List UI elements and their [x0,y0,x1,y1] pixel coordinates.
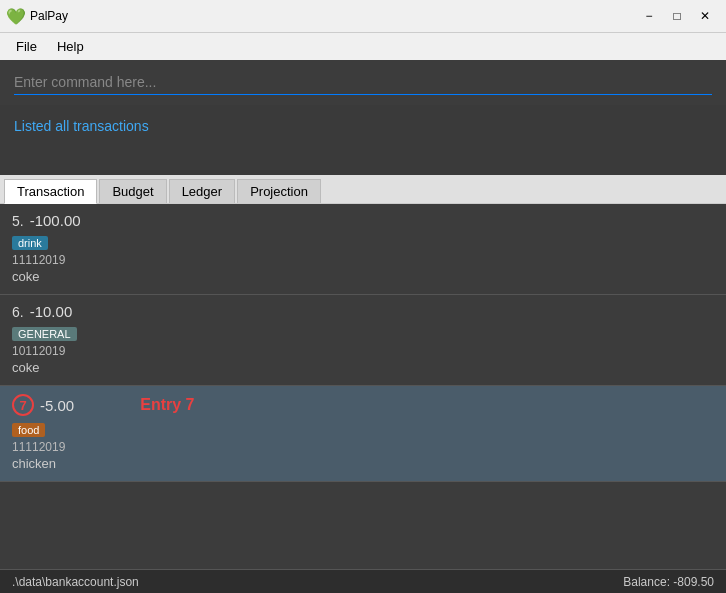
tab-ledger[interactable]: Ledger [169,179,235,203]
menu-help[interactable]: Help [49,37,92,56]
app-icon: 💚 [8,8,24,24]
transaction-entry-6[interactable]: 6. -10.00 GENERAL 10112019 coke [0,295,726,386]
status-message-area: Listed all transactions [0,105,726,175]
entry-5-tag: drink [12,236,48,250]
entry-6-tag: GENERAL [12,327,77,341]
balance: Balance: -809.50 [623,575,714,589]
entry-6-desc: coke [12,360,714,375]
entry-7-label: Entry 7 [140,396,194,414]
maximize-button[interactable]: □ [664,6,690,26]
tab-budget[interactable]: Budget [99,179,166,203]
entry-7-amount: -5.00 [40,397,74,414]
entry-5-date: 11112019 [12,253,714,267]
entry-6-header: 6. -10.00 [12,303,714,320]
transaction-entry-7[interactable]: 7 -5.00 Entry 7 food 11112019 chicken [0,386,726,482]
transactions-list: 5. -100.00 drink 11112019 coke 6. -10.00… [0,204,726,569]
entry-7-date: 11112019 [12,440,714,454]
status-message: Listed all transactions [14,118,149,134]
close-button[interactable]: ✕ [692,6,718,26]
entry-5-header: 5. -100.00 [12,212,714,229]
entry-5-desc: coke [12,269,714,284]
command-area [0,60,726,105]
entry-6-amount: -10.00 [30,303,73,320]
window-controls: − □ ✕ [636,6,718,26]
command-input[interactable] [14,70,712,95]
tabs-bar: Transaction Budget Ledger Projection [0,175,726,204]
entry-7-tag: food [12,423,45,437]
tab-projection[interactable]: Projection [237,179,321,203]
title-bar: 💚 PalPay − □ ✕ [0,0,726,32]
minimize-button[interactable]: − [636,6,662,26]
entry-5-amount: -100.00 [30,212,81,229]
tab-transaction[interactable]: Transaction [4,179,97,204]
entry-6-number: 6. [12,304,24,320]
entry-6-date: 10112019 [12,344,714,358]
status-bar: .\data\bankaccount.json Balance: -809.50 [0,569,726,593]
entry-7-number: 7 [12,394,34,416]
transaction-entry-5[interactable]: 5. -100.00 drink 11112019 coke [0,204,726,295]
menu-file[interactable]: File [8,37,45,56]
entry-5-number: 5. [12,213,24,229]
file-path: .\data\bankaccount.json [12,575,139,589]
app-title: PalPay [30,9,636,23]
entry-7-desc: chicken [12,456,714,471]
entry-7-header: 7 -5.00 Entry 7 [12,394,714,416]
menu-bar: File Help [0,32,726,60]
